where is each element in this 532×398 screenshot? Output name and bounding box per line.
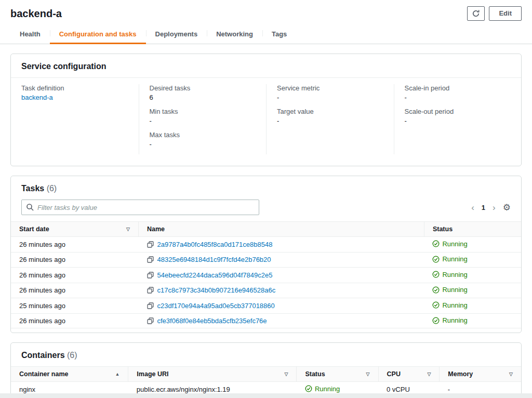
status-text: Running — [442, 301, 467, 309]
field-label: Task definition — [21, 84, 128, 92]
field-value: 6 — [150, 94, 256, 101]
settings-gear-icon[interactable]: ⚙ — [503, 203, 511, 212]
copy-icon[interactable] — [147, 272, 154, 278]
status-text: Running — [442, 255, 467, 263]
tasks-filter — [21, 200, 259, 215]
filter-icon[interactable]: ▽ — [126, 227, 130, 232]
status-text: Running — [442, 286, 467, 294]
tab-deployments[interactable]: Deployments — [146, 25, 207, 44]
running-check-icon — [432, 317, 440, 324]
task-start-date: 26 minutes ago — [11, 283, 139, 298]
column-header-image-uri[interactable]: Image URI▽ — [128, 367, 297, 382]
task-link[interactable]: 48325e6948184d1c9f7fcfd4e2b76b20 — [157, 256, 271, 263]
field-label: Target value — [277, 108, 383, 115]
tasks-count: (6) — [47, 184, 57, 193]
table-row: 26 minutes ago cfe3f068f0e84eb5bda5cfb23… — [11, 313, 521, 328]
table-row: 26 minutes ago 48325e6948184d1c9f7fcfd4e… — [11, 252, 521, 268]
column-header-cpu[interactable]: CPU▽ — [378, 367, 440, 382]
task-status-cell: Running — [424, 252, 521, 268]
tasks-filter-input[interactable] — [21, 200, 259, 215]
task-status-cell: Running — [424, 237, 521, 253]
field-value: - — [277, 117, 383, 125]
column-header-status[interactable]: Status▽ — [297, 367, 378, 382]
config-col-task-definition: Task definition backend-a — [11, 84, 139, 154]
tasks-toolbar-right: ‹ 1 › ⚙ — [471, 203, 511, 212]
tasks-toolbar: ‹ 1 › ⚙ — [11, 200, 521, 221]
service-configuration-grid: Task definition backend-a Desired tasks … — [11, 78, 521, 166]
copy-icon[interactable] — [147, 287, 154, 294]
field-scale-in: Scale-in period - — [405, 84, 511, 101]
task-definition-link[interactable]: backend-a — [21, 94, 53, 101]
column-header-status[interactable]: Status — [424, 222, 521, 237]
filter-icon[interactable]: ▽ — [284, 372, 288, 377]
column-header-memory[interactable]: Memory▽ — [440, 367, 521, 382]
copy-icon[interactable] — [147, 317, 154, 324]
table-row: 26 minutes ago c17c8c7973c34b0b907216e94… — [11, 283, 521, 298]
task-name-cell: 54ebeecfd2244daca596d04f7849c2e5 — [139, 268, 424, 283]
filter-icon[interactable]: ▽ — [366, 372, 370, 377]
tab-configuration-and-tasks[interactable]: Configuration and tasks — [50, 25, 146, 44]
config-col-scaling: Scale-in period - Scale-out period - — [394, 84, 522, 154]
task-link[interactable]: c23df170e94a4a95ad0e5cb377018860 — [157, 302, 275, 310]
field-value: - — [405, 117, 511, 125]
table-row: 26 minutes ago 54ebeecfd2244daca596d04f7… — [11, 268, 521, 283]
containers-title: Containers (6) — [11, 343, 521, 366]
page-title: backend-a — [10, 8, 62, 20]
filter-icon[interactable]: ▽ — [427, 372, 431, 377]
task-start-date: 26 minutes ago — [11, 237, 139, 253]
task-status-cell: Running — [424, 268, 521, 283]
table-row: 25 minutes ago c23df170e94a4a95ad0e5cb37… — [11, 298, 521, 314]
copy-icon[interactable] — [147, 256, 154, 263]
status-text: Running — [442, 316, 467, 324]
running-check-icon — [305, 385, 312, 392]
task-link[interactable]: cfe3f068f0e84eb5bda5cfb235efc76e — [157, 317, 267, 325]
task-status-cell: Running — [424, 313, 521, 328]
column-header-container-name[interactable]: Container name▲ — [11, 367, 128, 382]
task-link[interactable]: 2a9787a4b0fc485f8ca0d171ce8b8548 — [157, 241, 273, 248]
field-label: Min tasks — [150, 108, 256, 115]
task-link[interactable]: 54ebeecfd2244daca596d04f7849c2e5 — [157, 271, 273, 279]
service-configuration-title: Service configuration — [11, 54, 521, 78]
field-min-tasks: Min tasks - — [150, 108, 256, 125]
previous-page-icon[interactable]: ‹ — [471, 203, 474, 212]
field-label: Scale-out period — [405, 108, 511, 115]
column-header-start-date[interactable]: Start date▽ — [11, 222, 139, 237]
tasks-table-header-row: Start date▽ Name Status — [11, 222, 521, 237]
field-value: - — [150, 140, 256, 148]
tasks-title-text: Tasks — [21, 184, 44, 193]
status-text: Running — [442, 240, 467, 248]
tab-networking[interactable]: Networking — [207, 25, 262, 44]
sort-ascending-icon[interactable]: ▲ — [115, 372, 119, 377]
status-text: Running — [315, 385, 340, 393]
field-value: - — [277, 94, 383, 101]
task-status-cell: Running — [424, 298, 521, 314]
tab-tags[interactable]: Tags — [262, 25, 296, 44]
copy-icon[interactable] — [147, 302, 154, 309]
tasks-title: Tasks (6) — [11, 176, 521, 200]
next-page-icon[interactable]: › — [493, 203, 496, 212]
page-background-strip — [0, 393, 532, 398]
field-scale-out: Scale-out period - — [405, 108, 511, 125]
task-link[interactable]: c17c8c7973c34b0b907216e946528a6c — [157, 286, 276, 294]
edit-button[interactable]: Edit — [489, 6, 522, 21]
tasks-table: Start date▽ Name Status 26 minutes ago 2… — [11, 221, 521, 328]
config-col-metric: Service metric - Target value - — [266, 84, 394, 154]
running-check-icon — [432, 240, 440, 247]
field-label: Scale-in period — [405, 84, 511, 92]
containers-card: Containers (6) Container name▲ Image URI… — [10, 342, 522, 398]
column-header-name[interactable]: Name — [139, 222, 424, 237]
task-name-cell: 2a9787a4b0fc485f8ca0d171ce8b8548 — [139, 237, 424, 253]
tab-bar: Health Configuration and tasks Deploymen… — [0, 25, 532, 44]
containers-count: (6) — [67, 351, 77, 360]
filter-icon[interactable]: ▽ — [509, 372, 513, 377]
tab-health[interactable]: Health — [10, 25, 50, 44]
copy-icon[interactable] — [147, 241, 154, 248]
task-name-cell: cfe3f068f0e84eb5bda5cfb235efc76e — [139, 313, 424, 328]
refresh-button[interactable] — [467, 6, 485, 21]
field-desired-tasks: Desired tasks 6 — [150, 84, 256, 101]
field-value: - — [150, 117, 256, 125]
tasks-pagination: ‹ 1 › — [471, 203, 496, 212]
field-label: Desired tasks — [150, 84, 256, 92]
containers-title-text: Containers — [21, 351, 65, 360]
page-number[interactable]: 1 — [482, 204, 485, 211]
